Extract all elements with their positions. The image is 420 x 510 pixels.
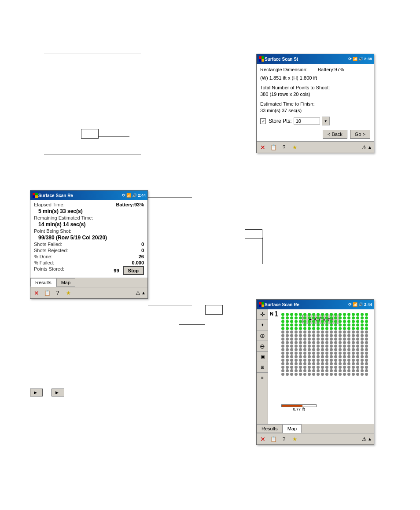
map-results-tab[interactable]: Results: [257, 424, 283, 433]
dot: [290, 323, 293, 327]
dot: [303, 341, 306, 344]
dot: [303, 334, 306, 337]
dot: [299, 330, 302, 334]
dot: [312, 341, 315, 344]
dot: [299, 369, 302, 372]
dot: [361, 355, 364, 358]
results-tab[interactable]: Results: [30, 278, 56, 287]
dot: [356, 369, 359, 372]
dot: [286, 359, 289, 362]
warning-icon: ⚠: [362, 144, 367, 150]
point-value-row: 99/380 (Row 5/19 Col 20/20): [34, 235, 144, 241]
map-window: Surface Scan Re ⟳ 📶 🔊 2:44 ✛ ✦ ⊕ ⊖ ▣ ⊞ ≡…: [256, 299, 374, 445]
dot: [303, 320, 306, 323]
dot: [281, 334, 284, 337]
dot: [347, 341, 350, 344]
dot: [365, 362, 368, 365]
results-close-icon[interactable]: ✕: [32, 289, 41, 297]
dot: [330, 362, 333, 365]
dot: [321, 345, 324, 348]
dot: [365, 320, 368, 323]
dot: [334, 352, 337, 355]
star-icon[interactable]: ★: [290, 143, 299, 151]
back-button[interactable]: < Back: [323, 130, 347, 139]
table-icon[interactable]: ≡: [257, 373, 268, 383]
estimated-time-value: 33 min(s) 37 sec(s): [260, 107, 370, 114]
map-help-icon[interactable]: ?: [280, 435, 288, 443]
dot: [330, 369, 333, 372]
remaining-value: 14 min(s) 14 sec(s): [38, 221, 85, 227]
dot: [312, 362, 315, 365]
dot: [295, 338, 298, 341]
map-star-icon[interactable]: ★: [290, 435, 299, 443]
arrow-btn-1[interactable]: [30, 389, 43, 396]
zoom-out-icon[interactable]: ⊖: [257, 341, 268, 352]
map-close-icon[interactable]: ✕: [258, 435, 267, 443]
dot: [295, 320, 298, 323]
dot: [343, 338, 346, 341]
pan-icon[interactable]: ✛: [257, 309, 268, 320]
go-button[interactable]: Go >: [350, 130, 370, 139]
dot: [317, 373, 320, 376]
dot: [361, 362, 364, 365]
dot: [334, 323, 337, 327]
dot: [321, 338, 324, 341]
dot: [295, 330, 298, 334]
dot: [361, 313, 364, 316]
select-icon[interactable]: ▣: [257, 352, 268, 362]
dot: [312, 327, 315, 330]
dot: [352, 341, 355, 344]
dot: [312, 345, 315, 348]
back-go-row: < Back Go >: [260, 130, 370, 139]
map-tab[interactable]: Map: [56, 278, 75, 287]
dot: [312, 369, 315, 372]
map-save-icon[interactable]: 📋: [269, 435, 278, 443]
setup-titlebar: Surface Scan St ⟳ 📶 🔊 2:38: [257, 54, 374, 64]
dot: [321, 330, 324, 334]
map-map-tab[interactable]: Map: [283, 424, 302, 433]
dot: [286, 352, 289, 355]
dot: [317, 348, 320, 351]
store-pts-dropdown[interactable]: ▼: [322, 117, 330, 125]
zoom-in-icon[interactable]: ⊕: [257, 330, 268, 341]
dot: [290, 313, 293, 316]
save-icon[interactable]: 📋: [269, 143, 278, 151]
dot: [295, 334, 298, 337]
dimensions-row: (W) 1.851 ift x (H) 1.800 ift: [260, 75, 370, 81]
dot: [365, 327, 368, 330]
dot: [325, 338, 328, 341]
dot: [365, 359, 368, 362]
zoom-all-icon[interactable]: ✦: [257, 320, 268, 330]
help-icon[interactable]: ?: [280, 143, 288, 151]
dot: [339, 338, 342, 341]
results-help-icon[interactable]: ?: [53, 289, 62, 297]
dot: [352, 359, 355, 362]
dot: [343, 316, 346, 319]
results-star-icon[interactable]: ★: [64, 289, 73, 297]
dot: [330, 373, 333, 376]
shots-rejected-row: Shots Rejected: 0: [34, 248, 144, 253]
dot: [356, 348, 359, 351]
dot: [330, 355, 333, 358]
dot: [286, 345, 289, 348]
dot: [343, 362, 346, 365]
elapsed-header-row: Elapsed Time: Battery:93%: [34, 202, 144, 207]
dot: [312, 320, 315, 323]
dot: [295, 341, 298, 344]
dot: [347, 369, 350, 372]
dot: [303, 345, 306, 348]
dot: [365, 352, 368, 355]
map-titlebar: Surface Scan Re ⟳ 📶 🔊 2:44: [257, 300, 374, 309]
stop-button[interactable]: Stop: [123, 266, 144, 275]
store-pts-input[interactable]: [294, 117, 320, 125]
close-icon[interactable]: ✕: [258, 143, 267, 151]
arrow-btn-2[interactable]: [52, 389, 64, 396]
dot: [290, 316, 293, 319]
fit-icon[interactable]: ⊞: [257, 362, 268, 373]
dot: [321, 316, 324, 319]
results-save-icon[interactable]: 📋: [43, 289, 52, 297]
results-signal-icon: 📶: [126, 193, 131, 198]
dot: [365, 345, 368, 348]
dot: [361, 345, 364, 348]
results-titlebar: Surface Scan Re ⟳ 📶 🔊 2:44: [30, 191, 147, 200]
